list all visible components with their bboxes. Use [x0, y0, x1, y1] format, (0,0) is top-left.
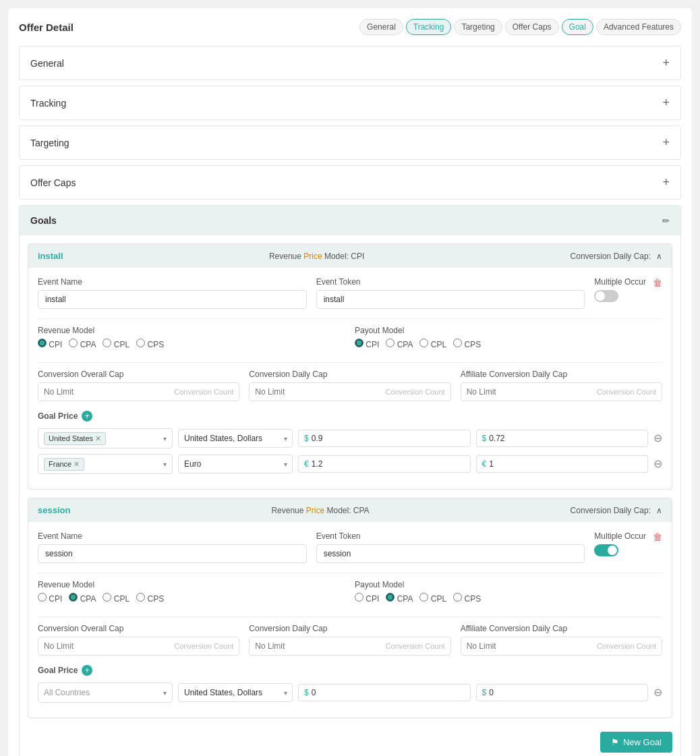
targeting-expand-icon: +	[662, 136, 670, 150]
conversion-daily-cap-label: Conversion Daily Cap	[249, 370, 450, 379]
revenue-cps[interactable]: CPS	[136, 339, 164, 349]
country-select-all[interactable]: All Countries ▾	[38, 682, 173, 703]
session-event-name-label: Event Name	[38, 531, 307, 541]
revenue-cpa[interactable]: CPA	[69, 339, 96, 349]
offer-caps-section[interactable]: Offer Caps +	[19, 165, 681, 200]
country-select-us[interactable]: United States ✕ ▾	[38, 428, 173, 448]
new-goal-row: ⚑ New Goal	[28, 726, 672, 755]
multiple-occur-toggle-install[interactable]	[594, 290, 618, 302]
remove-country-us[interactable]: ✕	[95, 434, 101, 443]
session-event-token-label: Event Token	[316, 531, 585, 541]
general-label: General	[30, 58, 64, 69]
new-goal-button[interactable]: ⚑ New Goal	[600, 732, 672, 753]
tab-advanced-features[interactable]: Advanced Features	[596, 19, 681, 35]
currency-dropdown-all[interactable]: United States, Dollars Euro	[178, 683, 293, 702]
multiple-occur-toggle-session[interactable]	[594, 544, 618, 556]
daily-cap-input[interactable]	[250, 383, 380, 401]
session-overall-cap-label: Conversion Count	[169, 638, 239, 654]
goal-install-model-row: Revenue Model CPI CPA CPL CPS Payout Mod…	[38, 326, 662, 353]
session-overall-cap-input[interactable]	[38, 637, 169, 655]
conversion-overall-cap-label: Conversion Overall Cap	[38, 370, 239, 379]
goal-install-caps-row: Conversion Overall Cap Conversion Count …	[38, 370, 662, 401]
tab-tracking[interactable]: Tracking	[406, 19, 452, 35]
goal-price-title: Goal Price	[38, 411, 78, 421]
tab-general[interactable]: General	[359, 19, 403, 35]
general-section[interactable]: General +	[19, 46, 681, 80]
goal-session-delete-icon[interactable]: 🗑	[653, 531, 662, 542]
overall-cap-input[interactable]	[38, 383, 169, 401]
add-price-row-icon[interactable]: +	[82, 411, 92, 421]
goal-card-session: session Revenue Price Model: CPA Convers…	[28, 498, 672, 718]
price-value-2-all[interactable]	[489, 688, 642, 697]
price-value-1-all[interactable]	[312, 688, 465, 697]
goal-session-revenue-model: Revenue Price Model: CPA	[271, 506, 369, 515]
tab-goal[interactable]: Goal	[562, 19, 593, 35]
currency-dropdown-us[interactable]: United States, Dollars Euro	[178, 429, 293, 448]
affiliate-cap-input-group: Conversion Count	[461, 382, 662, 401]
event-name-label: Event Name	[38, 277, 307, 287]
payout-cpl[interactable]: CPL	[419, 339, 446, 349]
session-payout-cpa[interactable]: CPA	[386, 593, 413, 604]
currency-wrapper-fr: Euro United States, Dollars	[178, 455, 293, 473]
session-event-name-input[interactable]	[38, 544, 307, 563]
price-value-1-us[interactable]	[312, 434, 465, 443]
payout-cpa[interactable]: CPA	[386, 339, 413, 349]
country-select-inner-all[interactable]: All Countries ▾	[38, 682, 173, 703]
goals-edit-icon[interactable]: ✏	[662, 216, 670, 226]
session-revenue-cps[interactable]: CPS	[136, 593, 164, 604]
page-container: Offer Detail General Tracking Targeting …	[8, 8, 692, 756]
session-affiliate-cap-input[interactable]	[461, 637, 591, 655]
country-select-inner-us[interactable]: United States ✕ ▾	[38, 428, 173, 448]
goal-session-daily-cap-label: Conversion Daily Cap:	[571, 506, 651, 515]
remove-price-row-all[interactable]: ⊖	[653, 687, 662, 698]
session-revenue-model-radio-group: CPI CPA CPL CPS	[38, 593, 345, 607]
all-countries-placeholder: All Countries	[44, 688, 90, 697]
session-revenue-cpi[interactable]: CPI	[38, 593, 62, 604]
session-payout-cps[interactable]: CPS	[453, 593, 481, 604]
currency-dropdown-fr[interactable]: Euro United States, Dollars	[178, 455, 293, 473]
session-revenue-cpl[interactable]: CPL	[103, 593, 129, 604]
goal-price-row-us: United States ✕ ▾ United States, Dollars…	[38, 428, 662, 448]
session-payout-model-radio-group: CPI CPA CPL CPS	[355, 593, 662, 607]
price-value-2-us[interactable]	[489, 434, 642, 443]
remove-price-row-fr[interactable]: ⊖	[653, 459, 662, 469]
session-daily-cap-input-group: Conversion Count	[249, 637, 450, 656]
goal-session-collapse-icon[interactable]: ∧	[656, 506, 662, 515]
session-payout-cpl[interactable]: CPL	[419, 593, 446, 604]
payout-cps[interactable]: CPS	[453, 339, 481, 349]
affiliate-cap-input[interactable]	[461, 383, 591, 401]
goal-session-revenue-model-group: Revenue Model CPI CPA CPL CPS	[38, 580, 345, 607]
goal-price-header: Goal Price +	[38, 411, 662, 421]
country-arrow-us: ▾	[163, 435, 167, 442]
goal-install-multiple-occur-group: Multiple Occur 🗑	[594, 277, 662, 309]
goal-card-install: install Revenue Price Model: CPI Convers…	[28, 243, 672, 490]
session-event-token-input[interactable]	[316, 544, 585, 563]
tracking-section[interactable]: Tracking +	[19, 86, 681, 120]
tab-targeting[interactable]: Targeting	[454, 19, 502, 35]
country-select-fr[interactable]: France ✕ ▾	[38, 454, 173, 474]
session-revenue-cpa[interactable]: CPA	[69, 593, 96, 604]
goal-install-collapse-icon[interactable]: ∧	[656, 252, 662, 261]
revenue-cpl[interactable]: CPL	[103, 339, 129, 349]
session-daily-cap-input[interactable]	[250, 637, 380, 655]
remove-country-fr[interactable]: ✕	[74, 460, 80, 469]
tab-offer-caps[interactable]: Offer Caps	[505, 19, 559, 35]
event-token-input[interactable]	[316, 290, 585, 309]
event-name-input[interactable]	[38, 290, 307, 309]
price-value-1-fr[interactable]	[312, 459, 465, 469]
price-input-1-fr: €	[298, 455, 471, 473]
session-conversion-daily-cap-label: Conversion Daily Cap	[249, 624, 450, 633]
revenue-cpi[interactable]: CPI	[38, 339, 62, 349]
daily-cap-input-group: Conversion Count	[249, 382, 450, 401]
goals-body: install Revenue Price Model: CPI Convers…	[20, 235, 680, 756]
goal-install-delete-icon[interactable]: 🗑	[653, 277, 662, 288]
session-payout-cpi[interactable]: CPI	[355, 593, 379, 604]
country-select-inner-fr[interactable]: France ✕ ▾	[38, 454, 173, 474]
session-add-price-row-icon[interactable]: +	[82, 665, 92, 676]
price-value-2-fr[interactable]	[489, 459, 642, 469]
payout-cpi[interactable]: CPI	[355, 339, 379, 349]
remove-price-row-us[interactable]: ⊖	[653, 433, 662, 444]
goal-install-price-section: Goal Price + United States ✕ ▾	[38, 411, 662, 474]
currency-sym-2-us: $	[482, 434, 487, 443]
targeting-section[interactable]: Targeting +	[19, 125, 681, 160]
